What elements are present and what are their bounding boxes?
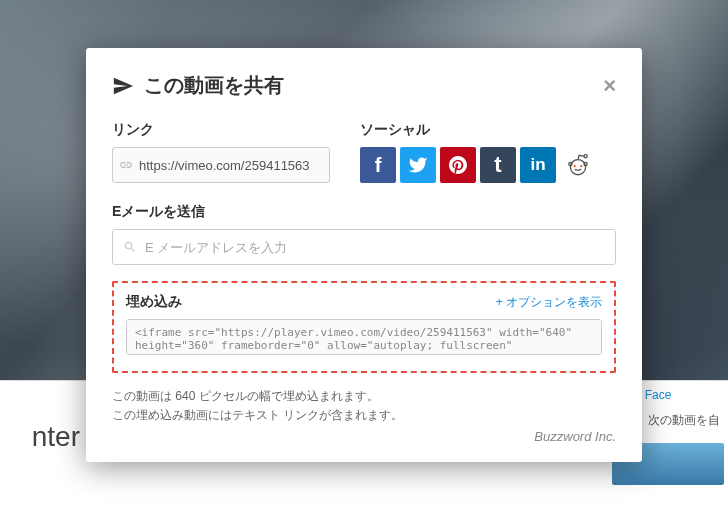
facebook-icon[interactable]: f — [360, 147, 396, 183]
brand-credit: Buzzword Inc. — [112, 429, 616, 444]
svg-point-2 — [580, 165, 582, 167]
paper-plane-icon — [112, 75, 134, 97]
social-icons-row: f t in — [360, 147, 616, 183]
svg-point-0 — [570, 160, 585, 175]
embed-label: 埋め込み — [126, 293, 182, 311]
email-label: Eメールを送信 — [112, 203, 616, 221]
email-input[interactable] — [145, 240, 605, 255]
share-modal: この動画を共有 × リンク ソーシャル f t in — [86, 48, 642, 462]
embed-options-toggle[interactable]: + オプションを表示 — [496, 294, 602, 311]
footer-line-1: この動画は 640 ピクセルの幅で埋め込まれます。 — [112, 387, 616, 406]
modal-title-text: この動画を共有 — [144, 72, 284, 99]
link-input-wrap[interactable] — [112, 147, 330, 183]
close-button[interactable]: × — [603, 73, 616, 99]
modal-header: この動画を共有 × — [112, 72, 616, 99]
footer-line-2: この埋め込み動画にはテキスト リンクが含まれます。 — [112, 406, 616, 425]
linkedin-icon[interactable]: in — [520, 147, 556, 183]
twitter-icon[interactable] — [400, 147, 436, 183]
link-icon — [119, 158, 133, 172]
svg-point-5 — [584, 162, 587, 165]
social-label: ソーシャル — [360, 121, 616, 139]
pinterest-icon[interactable] — [440, 147, 476, 183]
share-link-input[interactable] — [139, 158, 323, 173]
embed-code-textarea[interactable] — [126, 319, 602, 355]
embed-footer-text: この動画は 640 ピクセルの幅で埋め込まれます。 この埋め込み動画にはテキスト… — [112, 387, 616, 425]
search-icon — [123, 240, 137, 254]
svg-point-4 — [569, 162, 572, 165]
svg-point-1 — [574, 165, 576, 167]
embed-section: 埋め込み + オプションを表示 — [112, 281, 616, 373]
modal-title: この動画を共有 — [112, 72, 284, 99]
tumblr-icon[interactable]: t — [480, 147, 516, 183]
link-label: リンク — [112, 121, 330, 139]
partial-title: nter — [0, 381, 80, 520]
reddit-icon[interactable] — [560, 147, 596, 183]
autoplay-label: 次の動画を自 — [648, 412, 720, 429]
email-input-wrap[interactable] — [112, 229, 616, 265]
